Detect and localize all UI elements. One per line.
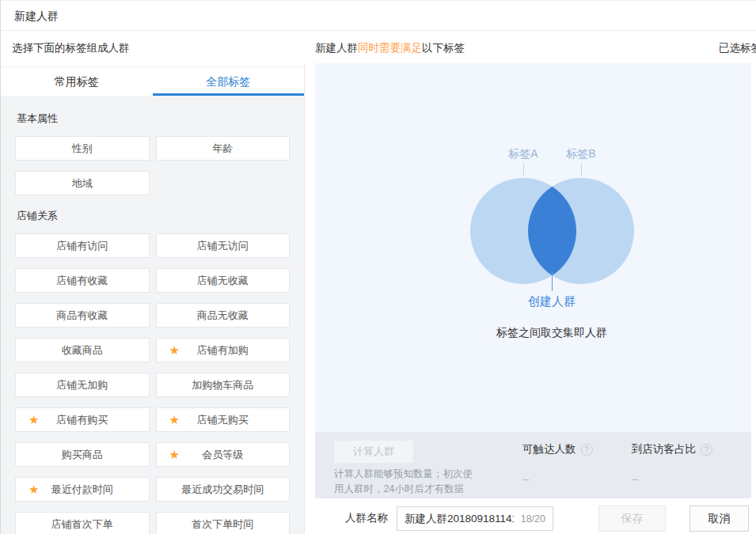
star-icon: ★ (28, 414, 39, 426)
crowd-name-input[interactable]: 新建人群20180918114106 18/20 (397, 506, 553, 531)
tag-button[interactable]: 店铺无访问 (156, 233, 291, 258)
tag-button[interactable]: 店铺无加购 (15, 373, 150, 397)
tag-button[interactable]: 首次下单时间 (156, 512, 291, 534)
highlight-text: 同时需要满足 (358, 42, 422, 54)
tag-label: 店铺有访问 (56, 239, 108, 253)
tag-button[interactable]: 店铺有访问 (15, 233, 150, 258)
tag-label: 最近付款时间 (51, 483, 113, 497)
tag-button[interactable]: ★最近付款时间 (15, 477, 150, 502)
tag-label: 店铺有购买 (56, 413, 108, 427)
section-title: 店铺关系 (17, 209, 290, 223)
tag-label: 店铺无访问 (197, 239, 249, 253)
tag-label: 商品无收藏 (197, 309, 249, 323)
new-crowd-dialog: 新建人群 选择下面的标签组成人群 新建人群同时需要满足以下标签 已选标签 常用标… (0, 0, 756, 534)
tag-label: 店铺无收藏 (197, 274, 249, 288)
tag-label: 店铺无加购 (56, 378, 108, 392)
star-icon: ★ (169, 449, 180, 460)
tag-button[interactable]: 店铺首次下单 (15, 512, 150, 534)
tag-label: 性别 (72, 142, 93, 156)
section-title: 基本属性 (17, 112, 290, 126)
tag-picker-panel: 常用标签 全部标签 基本属性性别年龄地域店铺关系店铺有访问店铺无访问店铺有收藏店… (1, 63, 305, 534)
tag-sections: 基本属性性别年龄地域店铺关系店铺有访问店铺无访问店铺有收藏店铺无收藏商品有收藏商… (1, 96, 304, 534)
tag-label: 购买商品 (62, 448, 103, 462)
star-icon: ★ (28, 483, 39, 495)
compute-note: 计算人群能够预知数量；初次使 用人群时，24小时后才有数据 (334, 467, 473, 497)
metric-reachable-users: 可触达人数 ? (522, 442, 593, 456)
tag-label: 店铺首次下单 (51, 517, 113, 532)
dialog-footer: 人群名称 新建人群20180918114106 18/20 保存 取消 (305, 498, 756, 534)
selected-tags-link[interactable]: 已选标签 (719, 41, 756, 55)
dialog-title: 新建人群 (1, 1, 756, 31)
subheader: 选择下面的标签组成人群 新建人群同时需要满足以下标签 已选标签 (1, 31, 756, 63)
tag-button[interactable]: 最近成功交易时间 (156, 477, 291, 502)
tag-label: 地域 (72, 176, 93, 191)
venn-label-a: 标签A (508, 147, 538, 161)
tag-label: 会员等级 (202, 448, 243, 462)
venn-area: 标签A 标签B 创建人群 标签之间取交集即人群 (315, 63, 751, 432)
tag-button[interactable]: 年龄 (156, 136, 291, 161)
left-panel-subtitle: 选择下面的标签组成人群 (12, 41, 130, 55)
tab-all-tags[interactable]: 全部标签 (153, 67, 305, 96)
tag-label: 商品有收藏 (56, 309, 108, 323)
tag-label: 店铺有收藏 (56, 274, 108, 288)
tag-label: 店铺无购买 (197, 413, 249, 427)
tag-button[interactable]: 店铺有收藏 (15, 268, 150, 293)
create-crowd-label: 创建人群 (528, 294, 576, 309)
venn-caption: 标签之间取交集即人群 (496, 326, 607, 340)
tag-button[interactable]: 商品有收藏 (15, 303, 150, 328)
tag-button[interactable]: 购买商品 (15, 442, 150, 467)
tag-button[interactable]: 地域 (15, 171, 150, 195)
right-panel-subtitle: 新建人群同时需要满足以下标签 (315, 41, 465, 55)
tag-button[interactable]: 商品无收藏 (156, 303, 291, 328)
star-icon: ★ (169, 344, 180, 356)
cancel-button[interactable]: 取消 (690, 506, 749, 532)
tag-button[interactable]: ★店铺有购买 (15, 407, 150, 432)
connector-line-intersection (552, 272, 553, 291)
tab-common-tags[interactable]: 常用标签 (1, 67, 153, 96)
metric-value-reachable: -- (522, 473, 530, 485)
tag-button[interactable]: 加购物车商品 (156, 373, 291, 397)
tag-label: 首次下单时间 (192, 517, 253, 532)
tag-button[interactable]: ★店铺无购买 (156, 407, 291, 432)
tag-label: 最近成功交易时间 (181, 483, 264, 497)
connector-line-a (523, 163, 524, 176)
help-icon[interactable]: ? (701, 444, 712, 456)
save-button[interactable]: 保存 (598, 506, 666, 532)
tag-button[interactable]: ★店铺有加购 (156, 338, 291, 362)
tag-label: 店铺有加购 (197, 343, 249, 358)
stats-bar: 计算人群 计算人群能够预知数量；初次使 用人群时，24小时后才有数据 可触达人数… (315, 432, 751, 498)
tag-button[interactable]: 店铺无收藏 (156, 268, 291, 293)
tabbar: 常用标签 全部标签 (1, 66, 304, 96)
venn-label-b: 标签B (566, 147, 595, 161)
star-icon: ★ (169, 414, 180, 426)
tag-button[interactable]: 收藏商品 (15, 338, 150, 362)
tag-label: 收藏商品 (62, 343, 103, 358)
tag-button[interactable]: ★会员等级 (156, 442, 291, 467)
tag-button[interactable]: 性别 (15, 136, 150, 161)
crowd-name-label: 人群名称 (345, 511, 388, 525)
tag-label: 加购物车商品 (192, 378, 253, 392)
char-counter: 18/20 (521, 513, 545, 525)
crowd-preview-panel: 标签A 标签B 创建人群 标签之间取交集即人群 计算人群 (305, 63, 756, 534)
venn-circles-graphic (468, 177, 634, 285)
venn-diagram: 标签A 标签B 创建人群 标签之间取交集即人群 (468, 147, 634, 353)
crowd-name-value: 新建人群20180918114106 (405, 512, 514, 526)
connector-line-b (581, 163, 582, 176)
tag-label: 年龄 (212, 142, 233, 156)
help-icon[interactable]: ? (581, 444, 593, 456)
metric-value-ratio: -- (632, 473, 639, 485)
metric-store-visitor-ratio: 到店访客占比 ? (632, 442, 712, 456)
compute-crowd-button[interactable]: 计算人群 (334, 441, 413, 463)
